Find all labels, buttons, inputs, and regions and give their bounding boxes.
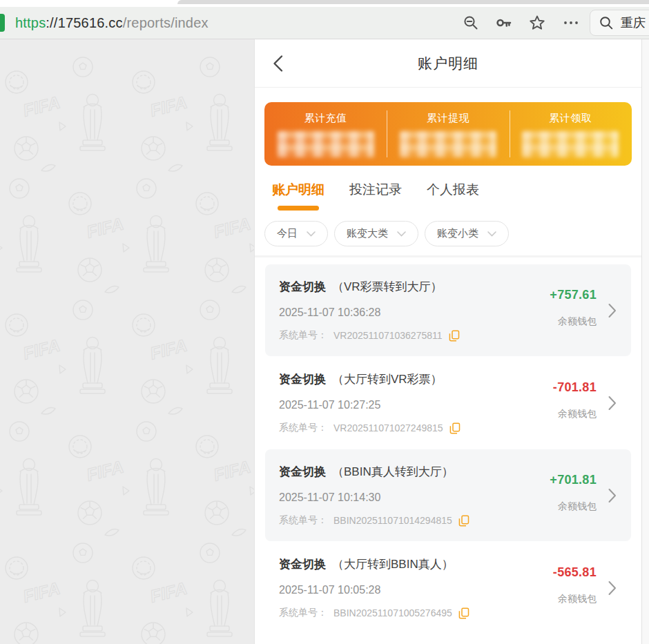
transaction-amount: +757.61 (550, 288, 597, 302)
transaction-type: 资金切换 (279, 465, 326, 478)
more-icon[interactable] (562, 14, 580, 31)
transaction-type: 资金切换 (279, 558, 326, 571)
transaction-amount-block: -565.81 余额钱包 (553, 565, 597, 605)
chevron-right-icon (608, 303, 617, 318)
wallet-label: 余额钱包 (550, 315, 597, 328)
wallet-label: 余额钱包 (553, 593, 597, 605)
transaction-amount-block: +701.81 余额钱包 (550, 473, 597, 513)
order-prefix: 系统单号： (279, 422, 327, 434)
url-bar[interactable]: https://175616.cc/reports/index (15, 15, 463, 31)
tab-personal-report[interactable]: 个人报表 (427, 181, 479, 211)
chevron-down-icon (487, 231, 496, 237)
browser-chrome: https://175616.cc/reports/index (0, 0, 649, 39)
filter-label: 今日 (277, 227, 298, 240)
transaction-detail: （大厅转到BBIN真人） (332, 558, 454, 571)
transaction-amount: -565.81 (553, 565, 597, 580)
zoom-out-icon[interactable] (463, 14, 479, 31)
filter-label: 账变大类 (347, 227, 388, 240)
transaction-amount: -701.81 (553, 380, 597, 395)
censored-value (278, 131, 374, 157)
copy-icon[interactable] (449, 330, 460, 342)
transaction-detail: （VR彩票转到大厅） (332, 280, 443, 293)
order-number: VR202511071027249815 (333, 422, 443, 433)
transaction-order: 系统单号：VR202511071027249815 (279, 422, 514, 434)
order-number: VR202511071036275811 (333, 330, 443, 341)
chevron-down-icon (307, 231, 316, 237)
browser-tabstrip (177, 0, 649, 4)
order-prefix: 系统单号： (279, 329, 327, 342)
transaction-item[interactable]: 资金切换（大厅转到VR彩票） 2025-11-07 10:27:25 系统单号：… (265, 357, 631, 449)
bookmark-star-icon[interactable] (529, 14, 545, 31)
transaction-type: 资金切换 (279, 280, 326, 293)
transaction-item[interactable]: 资金切换（大厅转到BBIN真人） 2025-11-07 10:05:28 系统单… (265, 542, 631, 634)
order-prefix: 系统单号： (279, 607, 327, 619)
filter-label: 账变小类 (437, 227, 478, 240)
scrollbar[interactable] (641, 39, 649, 644)
key-icon[interactable] (496, 14, 512, 31)
copy-icon[interactable] (458, 607, 469, 619)
screenshot-root: https://175616.cc/reports/index (0, 0, 649, 644)
browser-toolbar: https://175616.cc/reports/index (0, 7, 649, 39)
summary-total-withdraw: 累计提现 (387, 102, 509, 166)
censored-value (522, 131, 619, 157)
fifa-watermark-pattern: FIFA (0, 39, 254, 644)
transaction-item[interactable]: 资金切换（VR彩票转到大厅） 2025-11-07 10:36:28 系统单号：… (265, 264, 631, 356)
transaction-order: 系统单号：BBIN202511071005276495 (279, 607, 514, 619)
chevron-right-icon (608, 580, 617, 595)
browser-search-box[interactable]: 重庆 (590, 10, 649, 36)
transaction-amount-block: -701.81 余额钱包 (553, 380, 597, 420)
search-query-text: 重庆 (621, 14, 646, 31)
transaction-order: 系统单号：BBIN202511071014294815 (279, 514, 514, 527)
summary-label: 累计提现 (387, 112, 509, 125)
transaction-datetime: 2025-11-07 10:27:25 (279, 399, 514, 411)
tab-account-detail[interactable]: 账户明细 (272, 181, 324, 211)
filter-major-category[interactable]: 账变大类 (334, 221, 418, 246)
summary-total-deposit: 累计充值 (264, 102, 387, 166)
chevron-down-icon (397, 231, 406, 237)
summary-total-claimed: 累计领取 (510, 102, 632, 166)
page-header: 账户明细 (255, 39, 641, 88)
app-area: FIFA (0, 39, 649, 644)
transaction-datetime: 2025-11-07 10:36:28 (279, 306, 514, 319)
url-host: ://175616.cc (46, 15, 122, 30)
url-scheme: https (15, 15, 46, 30)
transaction-type: 资金切换 (279, 373, 326, 386)
transaction-title: 资金切换（BBIN真人转到大厅） (279, 464, 514, 480)
transaction-detail: （大厅转到VR彩票） (332, 373, 443, 386)
order-prefix: 系统单号： (279, 514, 327, 527)
transaction-item[interactable]: 资金切换（BBIN真人转到大厅） 2025-11-07 10:14:30 系统单… (265, 449, 631, 541)
wallet-label: 余额钱包 (550, 500, 597, 513)
filter-minor-category[interactable]: 账变小类 (425, 221, 509, 246)
transaction-amount-block: +757.61 余额钱包 (550, 288, 597, 328)
copy-icon[interactable] (449, 422, 461, 434)
filter-bar: 今日 账变大类 账变小类 (255, 211, 641, 255)
background-pattern: FIFA (0, 39, 254, 644)
back-icon[interactable] (273, 55, 283, 72)
transaction-order: 系统单号：VR202511071036275811 (279, 329, 514, 342)
transaction-datetime: 2025-11-07 10:05:28 (279, 584, 514, 596)
order-number: BBIN202511071005276495 (333, 607, 452, 618)
chevron-right-icon (608, 488, 617, 502)
site-badge-icon (0, 14, 5, 32)
transaction-list: 资金切换（VR彩票转到大厅） 2025-11-07 10:36:28 系统单号：… (255, 257, 641, 634)
filter-date-range[interactable]: 今日 (264, 221, 328, 246)
censored-value (400, 131, 496, 157)
search-icon (599, 15, 614, 30)
wallet-label: 余额钱包 (553, 408, 597, 420)
summary-card: 累计充值 累计提现 累计领取 (264, 102, 632, 166)
summary-label: 累计领取 (510, 112, 632, 125)
copy-icon[interactable] (458, 515, 469, 527)
order-number: BBIN202511071014294815 (333, 515, 452, 526)
tab-bar: 账户明细 投注记录 个人报表 (255, 166, 641, 211)
toolbar-icons (463, 14, 580, 31)
tab-bet-records[interactable]: 投注记录 (349, 181, 402, 211)
transaction-title: 资金切换（大厅转到VR彩票） (279, 371, 514, 387)
transaction-title: 资金切换（VR彩票转到大厅） (279, 279, 514, 295)
page-title: 账户明细 (418, 54, 478, 73)
transaction-amount: +701.81 (550, 473, 597, 487)
transaction-detail: （BBIN真人转到大厅） (332, 465, 454, 478)
transaction-title: 资金切换（大厅转到BBIN真人） (279, 556, 514, 572)
transaction-datetime: 2025-11-07 10:14:30 (279, 491, 514, 504)
summary-label: 累计充值 (264, 112, 387, 125)
url-path: /reports/index (123, 15, 209, 30)
